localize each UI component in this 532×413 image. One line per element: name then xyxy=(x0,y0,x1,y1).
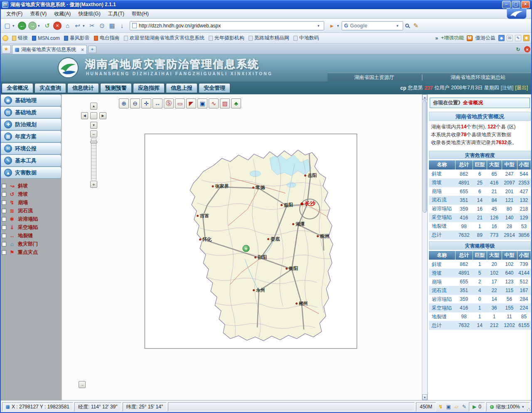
map-city-label[interactable]: 岳阳 xyxy=(304,172,317,179)
zoom-value[interactable]: 缩放:100% xyxy=(496,403,520,411)
measure-icon[interactable]: ↔ xyxy=(153,98,163,108)
nav-tab-1[interactable]: 灾点查询 xyxy=(34,83,66,93)
legend-checkbox[interactable] xyxy=(2,209,6,213)
new-page-button[interactable]: ▢ xyxy=(2,21,12,31)
home-button[interactable]: ⌂ xyxy=(63,21,72,31)
links-bar-item[interactable]: 觅路城市精品网 xyxy=(249,34,289,42)
address-dropdown-icon[interactable]: ▾ xyxy=(318,24,322,28)
search-box[interactable]: G Google ▾ xyxy=(342,21,403,30)
legend-checkbox[interactable] xyxy=(2,250,6,255)
refresh-button[interactable]: ↺ xyxy=(42,21,52,31)
map-city-label[interactable]: 郴州 xyxy=(296,300,308,307)
sidebar-button[interactable]: ▦年度方案 xyxy=(0,130,62,143)
links-bar-item[interactable]: 电台指南 xyxy=(94,34,120,42)
map-city-label[interactable]: 永州 xyxy=(253,287,265,293)
maximize-button[interactable]: ▢ xyxy=(512,1,520,8)
menu-item[interactable]: 收藏(A) xyxy=(50,10,74,18)
address-url[interactable]: http://dzzh.hndh.gov.cn/gridweb.aspx xyxy=(139,23,315,29)
layer-tree-icon[interactable]: ♣ xyxy=(231,98,241,108)
pan-center-button[interactable] xyxy=(90,112,97,119)
pan-right-button[interactable]: ▶ xyxy=(99,112,106,119)
legend-checkbox[interactable] xyxy=(2,200,6,205)
menu-item[interactable]: 帮助(H) xyxy=(128,10,153,18)
resize-grip[interactable] xyxy=(526,406,531,411)
vertical-scrollbar[interactable]: ▲ ▼ xyxy=(422,94,427,400)
nav-tab-5[interactable]: 信息上报 xyxy=(166,83,197,93)
search-engine-label[interactable]: Google xyxy=(350,23,394,29)
boost-icon[interactable]: ↯ xyxy=(437,404,444,410)
undo-button[interactable]: ↩ xyxy=(73,21,82,31)
sidebar-button[interactable]: ✚防治规划 xyxy=(0,118,62,130)
legend-checkbox[interactable] xyxy=(2,242,6,246)
map-city-label[interactable]: 衡阳 xyxy=(286,266,298,272)
menu-item[interactable]: 工具(T) xyxy=(104,10,128,18)
zoom-slider-handle[interactable] xyxy=(90,141,97,143)
download-button[interactable]: ↓ xyxy=(117,21,127,31)
monitor-icon[interactable]: ▣ xyxy=(445,404,452,410)
scrollbar-thumb[interactable] xyxy=(423,101,427,213)
logout-link[interactable]: [注销] xyxy=(501,84,514,91)
map-city-label[interactable]: 吉首 xyxy=(197,213,209,219)
map-city-label[interactable]: 常德 xyxy=(252,184,265,191)
nav-tab-6[interactable]: 安全管理 xyxy=(199,83,230,93)
clock-button[interactable]: ⊙ xyxy=(97,21,107,31)
sidebar-button[interactable]: ◉基础地理 xyxy=(0,94,62,106)
pan-up-button[interactable]: ▲ xyxy=(90,103,97,110)
tab-refresh-icon[interactable]: ↻ xyxy=(515,46,522,53)
new-tab-button[interactable]: + xyxy=(88,46,96,53)
map-scroll-right-button[interactable]: → xyxy=(79,381,86,388)
zoom-in-icon[interactable]: ⊕ xyxy=(119,98,129,108)
back-button[interactable]: ← xyxy=(18,22,26,30)
links-bar-item[interactable]: 欢迎登陆湖南省地质灾害信息系统 xyxy=(124,34,204,42)
search-dropdown-icon[interactable]: ▾ xyxy=(397,24,401,28)
favorites-star-icon[interactable]: ★ xyxy=(2,45,11,54)
folder-icon[interactable]: ▱ xyxy=(453,404,460,410)
pan-icon[interactable]: ✛ xyxy=(141,98,151,108)
map-city-label[interactable]: 怀化 xyxy=(199,236,212,243)
links-bar-item[interactable]: 中地数码 xyxy=(293,34,319,42)
legend-checkbox[interactable] xyxy=(2,225,6,230)
nav-tab-3[interactable]: 预测预警 xyxy=(100,83,132,93)
minimize-button[interactable]: – xyxy=(502,1,511,8)
nav-tab-4[interactable]: 应急指挥 xyxy=(133,83,165,93)
zoom-cell[interactable]: 缩放:100% ▾ xyxy=(486,402,530,411)
links-bar-item[interactable]: 暴风影音 xyxy=(64,34,90,42)
zoom-slider-track[interactable] xyxy=(91,138,96,180)
new-page-dropdown[interactable]: ▾ xyxy=(12,24,17,28)
community-icon[interactable]: ☻ xyxy=(498,35,505,41)
map-city-label[interactable]: 长沙 xyxy=(300,200,315,207)
search-icon[interactable] xyxy=(405,24,409,27)
links-bar-item[interactable]: 链接 xyxy=(12,34,28,42)
tab-title[interactable]: 湖南省地质灾害信息系统 xyxy=(21,46,79,53)
snap-button[interactable]: ✂ xyxy=(87,21,97,31)
note-status-icon[interactable]: ✎ xyxy=(461,404,468,410)
links-bar-item[interactable]: 光年摄影机构 xyxy=(209,34,244,42)
banner-link[interactable]: 湖南省国土资源厅 xyxy=(354,74,394,81)
legend-checkbox[interactable] xyxy=(2,217,6,221)
history-dropdown[interactable]: ▾ xyxy=(38,24,42,28)
close-button[interactable]: × xyxy=(521,1,530,8)
map-canvas[interactable]: 张家界常德岳阳益阳长沙吉首湘潭株洲怀化娄底邵阳衡阳永州郴州 + xyxy=(145,134,357,349)
zoom-window-icon[interactable]: ▣ xyxy=(197,98,207,108)
charity-icon[interactable]: M xyxy=(467,35,473,41)
zoom-plus-button[interactable]: + xyxy=(90,181,97,188)
stop-button[interactable]: × xyxy=(53,22,62,30)
legend-checkbox[interactable] xyxy=(2,234,6,238)
tab-stop-icon[interactable]: × xyxy=(524,46,530,52)
menu-item[interactable]: 快捷组(G) xyxy=(74,10,104,18)
map-city-label[interactable]: 益阳 xyxy=(281,202,293,208)
map-city-label[interactable]: 株洲 xyxy=(317,233,329,239)
address-bar[interactable]: http://dzzh.hndh.gov.cn/gridweb.aspx ▾ xyxy=(130,21,324,30)
note-icon[interactable]: ✎ xyxy=(515,35,521,41)
sidebar-button[interactable]: ▲灾害数据 xyxy=(0,167,62,179)
legend-checkbox[interactable] xyxy=(2,192,6,197)
scroll-down-icon[interactable]: ▼ xyxy=(422,394,427,400)
go-dropdown-icon[interactable]: ▾ xyxy=(337,24,341,28)
map-city-label[interactable]: 张家界 xyxy=(212,183,229,189)
pan-down-button[interactable]: ▼ xyxy=(90,122,97,129)
sidebar-button[interactable]: ✉环境公报 xyxy=(0,143,62,155)
locate-button[interactable]: + xyxy=(243,245,250,252)
full-extent-icon[interactable]: Ⓢ xyxy=(164,98,174,108)
links-more-icon[interactable]: » xyxy=(435,35,438,41)
smiley-icon[interactable] xyxy=(2,35,8,41)
